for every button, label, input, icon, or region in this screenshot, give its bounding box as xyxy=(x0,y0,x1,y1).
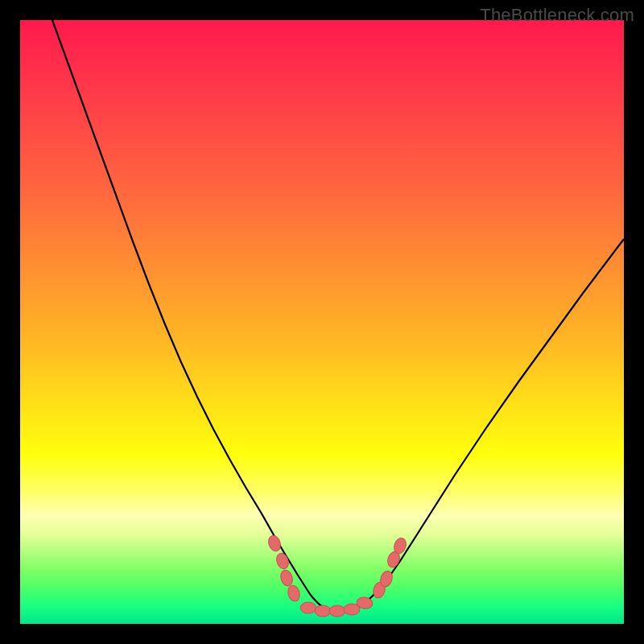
watermark-text: TheBottleneck.com xyxy=(480,5,634,26)
marker xyxy=(287,584,302,603)
marker xyxy=(279,568,294,587)
marker xyxy=(275,551,291,571)
plot-area xyxy=(20,20,624,624)
marker xyxy=(300,602,316,613)
marker xyxy=(315,605,331,617)
curve-svg xyxy=(20,20,624,624)
chart-frame: TheBottleneck.com xyxy=(0,0,644,644)
marker xyxy=(329,605,345,617)
valley-markers xyxy=(266,534,408,617)
marker xyxy=(266,534,283,553)
bottleneck-curve xyxy=(52,20,624,612)
